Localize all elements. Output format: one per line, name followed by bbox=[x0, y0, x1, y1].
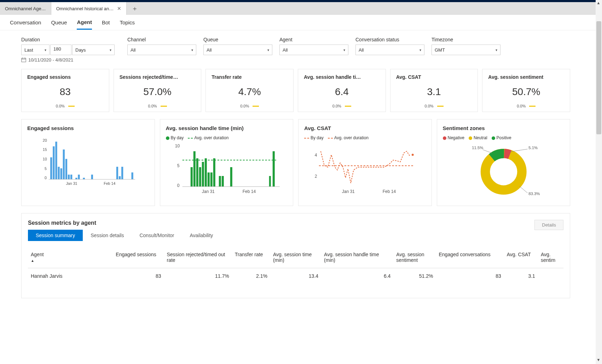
svg-rect-21 bbox=[91, 175, 93, 179]
svg-text:Jan 31: Jan 31 bbox=[342, 189, 355, 194]
trend-bar-icon bbox=[253, 106, 259, 107]
svg-rect-15 bbox=[65, 159, 67, 180]
kpi-trend: 0.0% bbox=[27, 104, 103, 108]
svg-rect-24 bbox=[121, 167, 123, 180]
trend-bar-icon bbox=[437, 106, 444, 107]
svg-text:Jan 31: Jan 31 bbox=[66, 181, 77, 186]
vertical-scrollbar[interactable]: ▲ ▼ bbox=[596, 0, 602, 364]
view-tab-availability[interactable]: Availability bbox=[182, 230, 221, 241]
svg-rect-18 bbox=[75, 178, 77, 179]
duration-mode-select[interactable]: Last ▾ bbox=[21, 45, 50, 55]
agent-metrics-table: Agent▲ Engaged sessions Session rejected… bbox=[28, 249, 563, 284]
chart-engaged-sessions: Engaged sessions 20 15 10 5 0 bbox=[21, 119, 155, 206]
view-tabs: Session summary Session details Consult/… bbox=[28, 230, 221, 241]
svg-rect-43 bbox=[221, 176, 224, 187]
col-avg-sentiment-trunc[interactable]: Avg. sentim bbox=[538, 249, 563, 268]
filter-label-channel: Channel bbox=[127, 37, 196, 42]
cell-engaged: 83 bbox=[113, 268, 164, 284]
col-transfer[interactable]: Transfer rate bbox=[232, 249, 270, 268]
kpi-handle-time: Avg. session handle ti… 6.4 0.0% bbox=[298, 69, 386, 112]
cell-handle-time: 6.4 bbox=[321, 268, 393, 284]
tab-queue[interactable]: Queue bbox=[51, 19, 67, 29]
tab-agent[interactable]: Agent bbox=[77, 19, 92, 30]
table-row[interactable]: Hannah Jarvis 83 11.7% 2.1% 13.4 6.4 51.… bbox=[28, 268, 563, 284]
chart-legend: Negative Neutral Positive bbox=[443, 135, 565, 140]
svg-rect-16 bbox=[68, 175, 70, 179]
chart-title: Engaged sessions bbox=[27, 125, 149, 131]
details-button[interactable]: Details bbox=[534, 220, 563, 230]
svg-rect-37 bbox=[202, 162, 204, 187]
select-value: GMT bbox=[435, 47, 445, 53]
chevron-down-icon: ▾ bbox=[343, 48, 345, 52]
filter-label-duration: Duration bbox=[21, 37, 120, 42]
view-tab-details[interactable]: Session details bbox=[83, 230, 132, 241]
scroll-thumb[interactable] bbox=[596, 21, 601, 134]
date-range-display: 10/11/2020 - 4/8/2021 bbox=[21, 57, 570, 63]
filter-label-queue: Queue bbox=[203, 37, 272, 42]
svg-rect-17 bbox=[70, 175, 72, 179]
close-icon[interactable]: ✕ bbox=[117, 6, 121, 11]
tab-omnichannel-historical[interactable]: Omnichannel historical an… ✕ bbox=[51, 2, 127, 15]
svg-rect-20 bbox=[83, 178, 85, 179]
kpi-sentiment: Avg. session sentiment 50.7% 0.0% bbox=[482, 69, 570, 112]
kpi-trend: 0.0% bbox=[396, 104, 472, 108]
queue-select[interactable]: All ▾ bbox=[203, 45, 272, 55]
tab-label: Omnichannel historical an… bbox=[56, 6, 114, 11]
select-value: Last bbox=[24, 47, 33, 53]
chart-title: Sentiment zones bbox=[443, 125, 565, 131]
duration-unit-select[interactable]: Days ▾ bbox=[72, 45, 115, 55]
filter-label-timezone: Timezone bbox=[432, 37, 500, 42]
kpi-value: 83 bbox=[27, 86, 103, 98]
view-tab-summary[interactable]: Session summary bbox=[28, 230, 83, 241]
tab-omnichannel-agent[interactable]: Omnichannel Age… bbox=[0, 2, 51, 15]
kpi-title: Avg. session sentiment bbox=[488, 74, 564, 80]
col-handle-time[interactable]: Avg. session handle time (min) bbox=[321, 249, 393, 268]
view-tab-consult[interactable]: Consult/Monitor bbox=[132, 230, 182, 241]
col-csat[interactable]: Avg. CSAT bbox=[504, 249, 538, 268]
select-value: Days bbox=[75, 47, 86, 53]
donut-chart: 11.5% 5.1% 83.3% bbox=[443, 142, 565, 199]
tab-topics[interactable]: Topics bbox=[120, 19, 135, 29]
svg-rect-14 bbox=[63, 149, 65, 179]
select-value: All bbox=[131, 47, 135, 53]
status-select[interactable]: All ▾ bbox=[355, 45, 424, 55]
cell-csat: 3.1 bbox=[504, 268, 538, 284]
svg-rect-33 bbox=[190, 167, 192, 187]
kpi-csat: Avg. CSAT 3.1 0.0% bbox=[390, 69, 478, 112]
duration-value-input[interactable]: 180 bbox=[50, 45, 71, 55]
kpi-value: 3.1 bbox=[396, 86, 472, 98]
chevron-down-icon: ▾ bbox=[191, 48, 193, 52]
chart-title: Avg. CSAT bbox=[304, 125, 426, 131]
chart-handle-time: Avg. session handle time (min) By day Av… bbox=[160, 119, 294, 206]
tab-bot[interactable]: Bot bbox=[102, 19, 110, 29]
tab-conversation[interactable]: Conversation bbox=[10, 19, 41, 29]
scroll-down-icon[interactable]: ▼ bbox=[596, 358, 601, 363]
col-conversations[interactable]: Engaged conversations bbox=[436, 249, 504, 268]
trend-bar-icon bbox=[529, 106, 536, 107]
col-sess-time[interactable]: Avg. session time (min) bbox=[270, 249, 321, 268]
svg-line-62 bbox=[519, 186, 527, 193]
svg-text:Jan 31: Jan 31 bbox=[202, 189, 214, 194]
cell-sentiment: 51.2% bbox=[393, 268, 436, 284]
scroll-up-icon[interactable]: ▲ bbox=[596, 1, 601, 6]
svg-rect-22 bbox=[116, 167, 118, 180]
col-sentiment[interactable]: Avg. session sentiment bbox=[393, 249, 436, 268]
col-engaged[interactable]: Engaged sessions bbox=[113, 249, 164, 268]
agent-select[interactable]: All ▾ bbox=[279, 45, 348, 55]
timezone-select[interactable]: GMT ▾ bbox=[432, 45, 500, 55]
table-title: Session metrics by agent bbox=[28, 220, 221, 226]
channel-select[interactable]: All ▾ bbox=[127, 45, 196, 55]
col-rejected[interactable]: Session rejected/timed out rate bbox=[164, 249, 232, 268]
kpi-value: 50.7% bbox=[488, 86, 564, 98]
svg-rect-25 bbox=[131, 172, 133, 180]
kpi-title: Avg. session handle ti… bbox=[304, 74, 380, 80]
filter-label-agent: Agent bbox=[279, 37, 348, 42]
tab-label: Omnichannel Age… bbox=[5, 6, 46, 11]
svg-text:20: 20 bbox=[43, 138, 47, 142]
svg-rect-19 bbox=[78, 175, 80, 179]
col-agent[interactable]: Agent▲ bbox=[28, 249, 113, 268]
svg-text:83.3%: 83.3% bbox=[528, 192, 540, 196]
kpi-title: Engaged sessions bbox=[27, 74, 103, 80]
new-tab-button[interactable]: ＋ bbox=[127, 4, 143, 13]
svg-rect-13 bbox=[60, 168, 62, 179]
